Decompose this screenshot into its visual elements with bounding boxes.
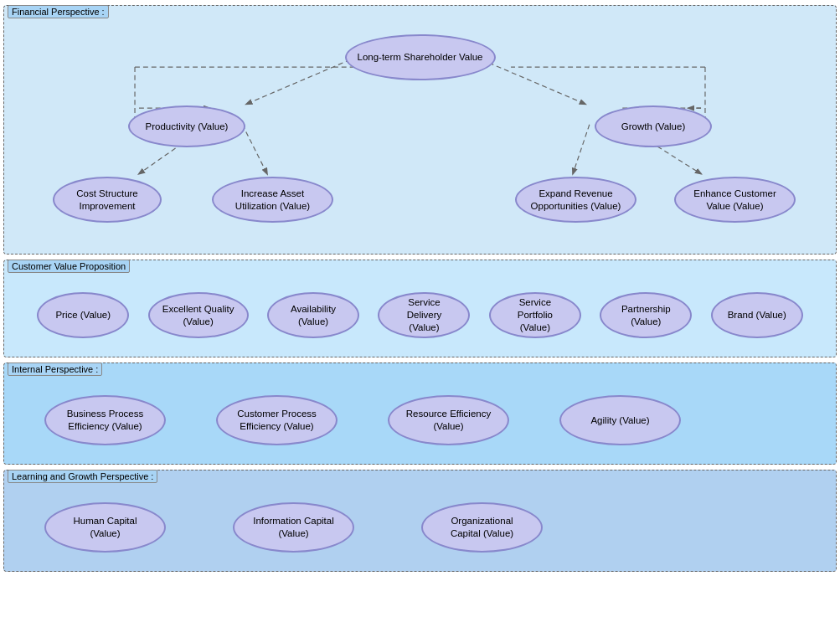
customer-node-4: Service Portfolio (Value)	[489, 292, 581, 338]
node-expand-revenue: Expand Revenue Opportunities (Value)	[515, 177, 636, 223]
customer-nodes: Price (Value) Excellent Quality (Value) …	[11, 284, 829, 347]
node-growth: Growth (Value)	[595, 105, 712, 147]
customer-node-0: Price (Value)	[37, 292, 129, 338]
node-shareholder-value: Long-term Shareholder Value	[345, 34, 496, 80]
internal-perspective-section: Internal Perspective : Business Process …	[3, 362, 837, 465]
learning-nodes: Human Capital (Value) Information Capita…	[11, 494, 829, 561]
internal-node-3: Agility (Value)	[559, 395, 681, 445]
customer-value-section: Customer Value Proposition Price (Value)…	[3, 260, 837, 357]
internal-perspective-label: Internal Perspective :	[8, 362, 102, 376]
svg-line-0	[246, 56, 358, 104]
customer-node-5: Partnership (Value)	[600, 292, 692, 338]
learning-growth-section: Learning and Growth Perspective : Human …	[3, 470, 837, 572]
learning-node-2: Organizational Capital (Value)	[421, 502, 543, 553]
customer-node-2: Availability (Value)	[267, 292, 359, 338]
financial-diagram: Long-term Shareholder Value Productivity…	[11, 26, 829, 244]
learning-node-1: Information Capital (Value)	[233, 502, 354, 553]
customer-value-label: Customer Value Proposition	[8, 260, 130, 273]
svg-line-3	[242, 125, 267, 174]
node-enhance-customer: Enhance Customer Value (Value)	[674, 177, 796, 223]
node-increase-asset: Increase Asset Utilization (Value)	[212, 177, 333, 223]
internal-nodes: Business Process Efficiency (Value) Cust…	[11, 387, 829, 454]
financial-perspective-section: Financial Perspective :	[3, 5, 837, 255]
learning-growth-label: Learning and Growth Perspective :	[8, 470, 157, 483]
financial-perspective-label: Financial Perspective :	[8, 5, 109, 18]
customer-node-6: Brand (Value)	[711, 292, 803, 338]
node-cost-structure: Cost Structure Improvement	[53, 177, 162, 223]
svg-line-4	[573, 125, 590, 174]
internal-node-1: Customer Process Efficiency (Value)	[216, 395, 338, 445]
learning-node-0: Human Capital (Value)	[44, 502, 166, 553]
customer-node-3: Service Delivery (Value)	[378, 292, 470, 338]
node-productivity: Productivity (Value)	[128, 105, 245, 147]
internal-node-2: Resource Efficiency (Value)	[388, 395, 509, 445]
customer-node-1: Excellent Quality (Value)	[148, 292, 249, 338]
internal-node-0: Business Process Efficiency (Value)	[44, 395, 166, 445]
